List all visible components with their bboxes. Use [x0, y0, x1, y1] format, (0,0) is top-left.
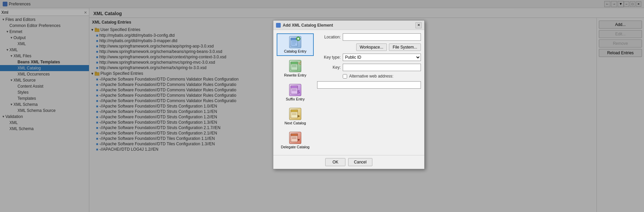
delegate-catalog-icon: ▼: [289, 132, 301, 144]
beans-xml-templates-label: Beans XML Templates: [18, 60, 60, 64]
location-input[interactable]: [343, 33, 421, 41]
dialog-title-bar: Add XML Catalog Element ✕: [273, 21, 424, 30]
common-editor-prefs-label: Common Editor Preferences: [9, 23, 60, 28]
plugin-entry-icon-14: ■: [96, 147, 98, 151]
svg-rect-3: [95, 72, 97, 73]
rewrite-entry-type-label: Rewrite Entry: [284, 73, 306, 77]
expand-arrow-xml-top: ▼: [5, 48, 9, 52]
forward-button[interactable]: →: [611, 1, 617, 7]
key-label: Key:: [317, 65, 341, 70]
file-system-button[interactable]: File System...: [389, 43, 421, 51]
svg-rect-1: [95, 28, 97, 29]
catalog-entry-icon: [289, 36, 301, 48]
plugin-specified-label: Plugin Specified Entries: [100, 71, 143, 76]
expand-arrow-validation: ▼: [1, 115, 5, 118]
alt-web-address-input[interactable]: [317, 81, 421, 89]
sidebar-item-common-editor-prefs[interactable]: Common Editor Preferences: [0, 23, 89, 29]
styles-label: Styles: [18, 90, 29, 95]
content-assist-label: Content Assist: [18, 84, 43, 89]
location-row: Location:: [317, 33, 421, 41]
xml-occurrences-label: XML Occurrences: [18, 72, 50, 77]
remove-button[interactable]: Remove: [599, 39, 642, 48]
reload-entries-button[interactable]: Reload Entries: [599, 49, 642, 57]
search-input[interactable]: [1, 10, 83, 15]
key-type-row: Key type: Public ID System ID URI: [317, 54, 421, 61]
key-type-select[interactable]: Public ID System ID URI: [343, 54, 421, 61]
maximize-button[interactable]: □: [630, 1, 635, 7]
key-row: Key:: [317, 64, 421, 71]
back-button[interactable]: ←: [604, 1, 610, 7]
next-catalog-svg: ►: [289, 108, 301, 120]
expand-arrow-output: ▼: [9, 36, 13, 39]
add-xml-catalog-dialog: Add XML Catalog Element ✕: [273, 20, 425, 169]
dialog-close-button[interactable]: ✕: [416, 22, 422, 28]
entry-icon-4: ■: [96, 50, 98, 54]
sidebar-item-templates[interactable]: Templates: [0, 95, 89, 101]
sidebar-item-xml-catalog[interactable]: XML Catalog: [0, 65, 89, 71]
sidebar-item-xml-schema-source[interactable]: XML Schema Source: [0, 108, 89, 114]
cancel-button[interactable]: Cancel: [348, 158, 372, 166]
next-catalog-type-label: Next Catalog: [284, 121, 306, 125]
sidebar-item-xml-validation[interactable]: XML: [0, 120, 89, 126]
close-button[interactable]: ✕: [636, 1, 641, 7]
svg-text:S: S: [297, 90, 300, 94]
edit-button[interactable]: Edit...: [599, 30, 642, 38]
clear-search-button[interactable]: ✕: [83, 10, 88, 15]
entry-icon-6: ■: [96, 60, 98, 64]
alt-web-checkbox[interactable]: [343, 74, 347, 79]
entry-icon-7: ■: [96, 66, 98, 70]
workspace-button[interactable]: Workspace...: [356, 43, 387, 51]
sidebar-item-beans-xml-templates[interactable]: Beans XML Templates: [0, 59, 89, 65]
expand-arrow-emmet: ▼: [5, 30, 9, 33]
suffix-entry-type-button[interactable]: S Suffix Entry: [277, 81, 314, 104]
sidebar-item-xml-source[interactable]: ▼ XML Source: [0, 77, 89, 83]
user-specified-label: User Specified Entries: [100, 27, 141, 32]
plugin-entry-icon-1: ■: [96, 77, 98, 81]
key-input[interactable]: [343, 64, 421, 71]
plugin-entry-icon-7: ■: [96, 110, 98, 114]
xml-top-label: XML: [9, 48, 18, 52]
svg-rect-23: [291, 110, 298, 112]
rewrite-entry-type-button[interactable]: ↺ Rewrite Entry: [277, 57, 314, 80]
sidebar-item-validation[interactable]: ▼ Validation: [0, 114, 89, 120]
title-bar-controls: – □ ✕: [624, 1, 641, 7]
svg-text:►: ►: [297, 114, 301, 118]
catalog-entry-type-button[interactable]: Catalog Entry: [277, 33, 314, 56]
delegate-catalog-type-button[interactable]: ▼ Delegate Catalog: [277, 129, 314, 152]
sidebar-item-xml-output[interactable]: XML: [0, 41, 89, 47]
emmet-label: Emmet: [9, 29, 22, 34]
plugin-group-arrow: ▼: [91, 72, 94, 75]
sidebar-item-xml-schema[interactable]: ▼ XML Schema: [0, 101, 89, 108]
sidebar-item-xml-top[interactable]: ▼ XML: [0, 47, 89, 53]
sidebar-item-xml-schema-validation[interactable]: XML Schema: [0, 126, 89, 132]
xml-validation-label: XML: [9, 120, 18, 125]
expand-arrow-xml-files: ▼: [9, 54, 13, 58]
plugin-entry-icon-9: ■: [96, 120, 98, 124]
delegate-svg: ▼: [289, 132, 301, 144]
entry-icon-1: ■: [96, 33, 98, 37]
add-button[interactable]: Add...: [599, 21, 642, 29]
dropdown-button[interactable]: ▼: [618, 1, 624, 7]
nav-arrows: ← → ▼: [604, 1, 624, 7]
entry-icon-5: ■: [96, 55, 98, 59]
sidebar-item-xml-files[interactable]: ▼ XML Files: [0, 53, 89, 59]
alt-web-input-row: [317, 81, 421, 89]
plugin-entry-icon-13: ■: [96, 142, 98, 146]
sidebar-item-files-editors[interactable]: ▼ Files and Editors: [0, 17, 89, 23]
sidebar-item-output[interactable]: ▼ Output: [0, 35, 89, 41]
xml-source-label: XML Source: [13, 78, 36, 83]
plugin-entry-icon-10: ■: [96, 126, 98, 130]
xml-files-label: XML Files: [13, 54, 31, 58]
xml-catalog-label: XML Catalog: [18, 66, 41, 70]
sidebar-item-emmet[interactable]: ▼ Emmet: [0, 29, 89, 35]
panel-title: XML Catalog: [89, 8, 644, 18]
sidebar-item-content-assist[interactable]: Content Assist: [0, 83, 89, 89]
alt-web-checkbox-row: Alternative web address:: [343, 74, 421, 79]
dialog-title: Add XML Catalog Element: [283, 23, 416, 28]
sidebar-item-xml-occurrences[interactable]: XML Occurrences: [0, 71, 89, 77]
sidebar-item-styles[interactable]: Styles: [0, 89, 89, 95]
minimize-button[interactable]: –: [624, 1, 629, 7]
ok-button[interactable]: OK: [325, 158, 345, 166]
location-buttons-row: Workspace... File System...: [317, 43, 421, 51]
next-catalog-type-button[interactable]: ► Next Catalog: [277, 105, 314, 128]
